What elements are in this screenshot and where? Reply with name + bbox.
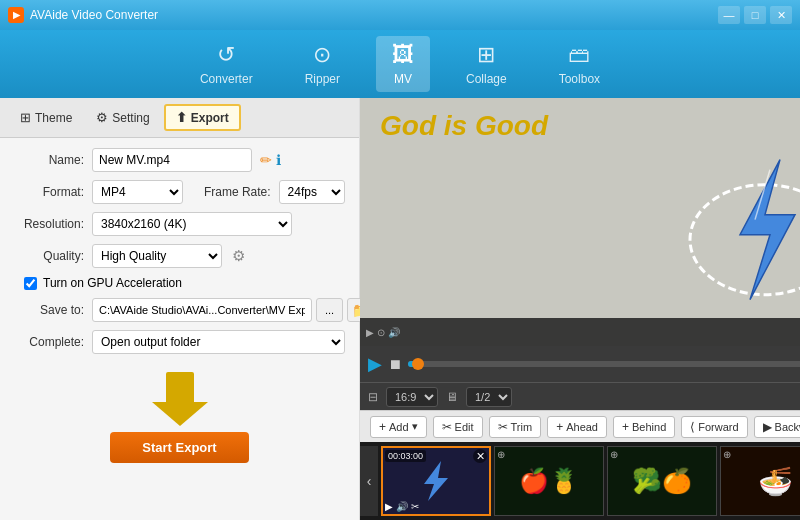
clip-item-1[interactable]: ✕ 00:03:00 ▶ 🔊 ✂ xyxy=(381,446,491,516)
ahead-button[interactable]: + Ahead xyxy=(547,416,607,438)
clips-row: ‹ ✕ 00:03:00 ▶ 🔊 ✂ 🍎🍍 ⊕ xyxy=(360,442,800,520)
video-bottom-strip: ▶ ⊙ 🔊 xyxy=(360,318,800,346)
format-select[interactable]: MP4 xyxy=(92,180,183,204)
sub-tab-setting-label: Setting xyxy=(112,111,149,125)
page-select[interactable]: 1/2 xyxy=(466,387,512,407)
strip-icon-3: 🔊 xyxy=(388,327,400,338)
right-panel: God is Good ▶ ⊙ xyxy=(360,98,800,520)
add-chevron: ▾ xyxy=(412,420,418,433)
nav-tab-toolbox-label: Toolbox xyxy=(559,72,600,86)
saveto-row: Save to: ... 📁 xyxy=(14,298,345,322)
gpu-row: Turn on GPU Acceleration xyxy=(24,276,345,290)
stop-button[interactable]: ⏹ xyxy=(388,356,402,372)
browse-button[interactable]: ... xyxy=(316,298,343,322)
sub-tab-setting[interactable]: ⚙ Setting xyxy=(86,106,159,129)
maximize-button[interactable]: □ xyxy=(744,6,766,24)
edit-button[interactable]: ✂ Edit xyxy=(433,416,483,438)
sub-tab-theme-label: Theme xyxy=(35,111,72,125)
trim-icon: ✂ xyxy=(498,420,508,434)
lightning-svg xyxy=(685,140,800,320)
add-label: Add xyxy=(389,421,409,433)
nav-tab-mv-label: MV xyxy=(394,72,412,86)
clip-item-4[interactable]: 🍜 ⊕ xyxy=(720,446,800,516)
svg-point-0 xyxy=(690,185,800,295)
progress-dot xyxy=(412,358,424,370)
mv-icon: 🖼 xyxy=(392,42,414,68)
main-content: ⊞ Theme ⚙ Setting ⬆ Export Name: ✏ ℹ xyxy=(0,98,800,520)
clip-play-icon: ▶ xyxy=(385,501,393,512)
title-bar: ▶ AVAide Video Converter — □ ✕ xyxy=(0,0,800,30)
settings-form: Name: ✏ ℹ Format: MP4 Frame Rate: 24fps xyxy=(0,138,359,364)
close-button[interactable]: ✕ xyxy=(770,6,792,24)
nav-tab-converter[interactable]: ↺ Converter xyxy=(184,36,269,92)
add-button[interactable]: + Add ▾ xyxy=(370,416,427,438)
minimize-button[interactable]: — xyxy=(718,6,740,24)
play-button[interactable]: ▶ xyxy=(368,353,382,375)
start-export-button[interactable]: Start Export xyxy=(110,432,248,463)
strip-icon-2: ⊙ xyxy=(377,327,385,338)
setting-icon: ⚙ xyxy=(96,110,108,125)
complete-label: Complete: xyxy=(14,335,84,349)
trim-button[interactable]: ✂ Trim xyxy=(489,416,542,438)
sub-tab-theme[interactable]: ⊞ Theme xyxy=(10,106,82,129)
nav-tab-ripper[interactable]: ⊙ Ripper xyxy=(289,36,356,92)
lightning-container xyxy=(685,140,800,323)
quality-select[interactable]: High Quality xyxy=(92,244,222,268)
nav-tab-ripper-label: Ripper xyxy=(305,72,340,86)
clip-thumb-3: 🥦🍊 xyxy=(608,447,716,515)
resolution-select[interactable]: 3840x2160 (4K) xyxy=(92,212,292,236)
video-title: God is Good xyxy=(380,110,548,142)
clips-prev-button[interactable]: ‹ xyxy=(360,446,378,516)
progress-bar[interactable] xyxy=(408,361,800,367)
complete-select[interactable]: Open output folder xyxy=(92,330,345,354)
backward-button[interactable]: ▶ Backward xyxy=(754,416,800,438)
name-label: Name: xyxy=(14,153,84,167)
saveto-label: Save to: xyxy=(14,303,84,317)
info-icon[interactable]: ℹ xyxy=(276,152,281,168)
backward-icon: ▶ xyxy=(763,420,772,434)
quality-row: Quality: High Quality ⚙ xyxy=(14,244,345,268)
app-icon: ▶ xyxy=(8,7,24,23)
sub-tab-export-label: Export xyxy=(191,111,229,125)
edit-icon[interactable]: ✏ xyxy=(260,152,272,168)
nav-tab-collage[interactable]: ⊞ Collage xyxy=(450,36,523,92)
add-icon: + xyxy=(379,420,386,434)
aspect-ratio-select[interactable]: 16:9 xyxy=(386,387,438,407)
clip-add-icon-4: ⊕ xyxy=(723,449,731,460)
forward-button[interactable]: ⟨ Forward xyxy=(681,416,747,438)
export-icon: ⬆ xyxy=(176,110,187,125)
player-controls: ▶ ⏹ 00:00:00.00/00:03:25.00 🔊 Start Expo… xyxy=(360,346,800,382)
resolution-row: Resolution: 3840x2160 (4K) xyxy=(14,212,345,236)
path-row: ... 📁 xyxy=(92,298,373,322)
page-icon: 🖥 xyxy=(446,390,458,404)
nav-bar: ↺ Converter ⊙ Ripper 🖼 MV ⊞ Collage 🗃 To… xyxy=(0,30,800,98)
clip-item-3[interactable]: 🥦🍊 ⊕ xyxy=(607,446,717,516)
framerate-label: Frame Rate: xyxy=(191,185,271,199)
format-row: Format: MP4 Frame Rate: 24fps xyxy=(14,180,345,204)
export-action: Start Export xyxy=(0,372,359,463)
ripper-icon: ⊙ xyxy=(313,42,331,68)
name-icons: ✏ ℹ xyxy=(260,152,281,168)
clip-close-1[interactable]: ✕ xyxy=(473,449,487,463)
trim-label: Trim xyxy=(511,421,533,433)
name-row: Name: ✏ ℹ xyxy=(14,148,345,172)
clip-item-2[interactable]: 🍎🍍 ⊕ xyxy=(494,446,604,516)
sub-tab-export[interactable]: ⬆ Export xyxy=(164,104,241,131)
nav-tab-mv[interactable]: 🖼 MV xyxy=(376,36,430,92)
saveto-input[interactable] xyxy=(92,298,312,322)
app-title: AVAide Video Converter xyxy=(30,8,158,22)
aspect-icon: ⊟ xyxy=(368,390,378,404)
name-input[interactable] xyxy=(92,148,252,172)
title-bar-controls[interactable]: — □ ✕ xyxy=(718,6,792,24)
quality-gear-icon[interactable]: ⚙ xyxy=(232,247,245,265)
framerate-select[interactable]: 24fps xyxy=(279,180,345,204)
clip-time-1: 00:03:00 xyxy=(385,450,426,462)
theme-icon: ⊞ xyxy=(20,110,31,125)
nav-tab-converter-label: Converter xyxy=(200,72,253,86)
behind-button[interactable]: + Behind xyxy=(613,416,675,438)
nav-tab-toolbox[interactable]: 🗃 Toolbox xyxy=(543,36,616,92)
format-label: Format: xyxy=(14,185,84,199)
gpu-checkbox[interactable] xyxy=(24,277,37,290)
behind-icon: + xyxy=(622,420,629,434)
forward-label: Forward xyxy=(698,421,738,433)
